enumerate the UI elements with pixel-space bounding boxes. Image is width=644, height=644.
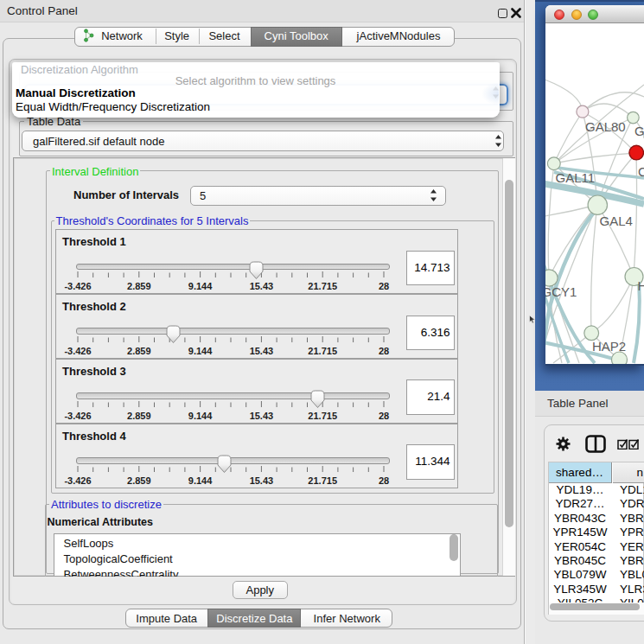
svg-text:28: 28 (379, 346, 389, 356)
svg-text:-3.426: -3.426 (64, 475, 91, 485)
svg-text:2.859: 2.859 (127, 281, 151, 291)
svg-text:15.43: 15.43 (250, 281, 274, 291)
svg-text:H: H (638, 278, 644, 293)
svg-text:9.144: 9.144 (188, 475, 213, 485)
svg-text:-3.426: -3.426 (64, 411, 91, 421)
svg-text:GAL11: GAL11 (556, 170, 596, 185)
svg-text:9.144: 9.144 (188, 346, 213, 356)
svg-text:21.715: 21.715 (308, 411, 337, 421)
svg-text:9.144: 9.144 (188, 281, 213, 291)
svg-text:-3.426: -3.426 (64, 281, 91, 291)
svg-text:9.144: 9.144 (188, 411, 213, 421)
svg-text:C: C (638, 164, 644, 179)
svg-text:GCY1: GCY1 (545, 284, 577, 299)
svg-text:15.43: 15.43 (250, 475, 274, 485)
svg-text:2.859: 2.859 (127, 346, 151, 356)
svg-text:HAP2: HAP2 (592, 339, 626, 354)
svg-text:GAL4: GAL4 (600, 214, 633, 228)
svg-text:15.43: 15.43 (250, 411, 274, 421)
svg-text:28: 28 (379, 281, 389, 291)
svg-text:2.859: 2.859 (127, 475, 151, 485)
svg-text:15.43: 15.43 (250, 346, 274, 356)
svg-text:2.859: 2.859 (127, 411, 151, 421)
svg-text:GAL80: GAL80 (585, 119, 626, 134)
svg-text:GA: GA (634, 124, 644, 138)
svg-text:28: 28 (379, 411, 389, 421)
svg-text:21.715: 21.715 (308, 475, 337, 485)
svg-text:21.715: 21.715 (308, 281, 337, 291)
svg-text:28: 28 (379, 475, 389, 485)
svg-text:21.715: 21.715 (308, 346, 337, 356)
svg-text:-3.426: -3.426 (64, 346, 91, 356)
